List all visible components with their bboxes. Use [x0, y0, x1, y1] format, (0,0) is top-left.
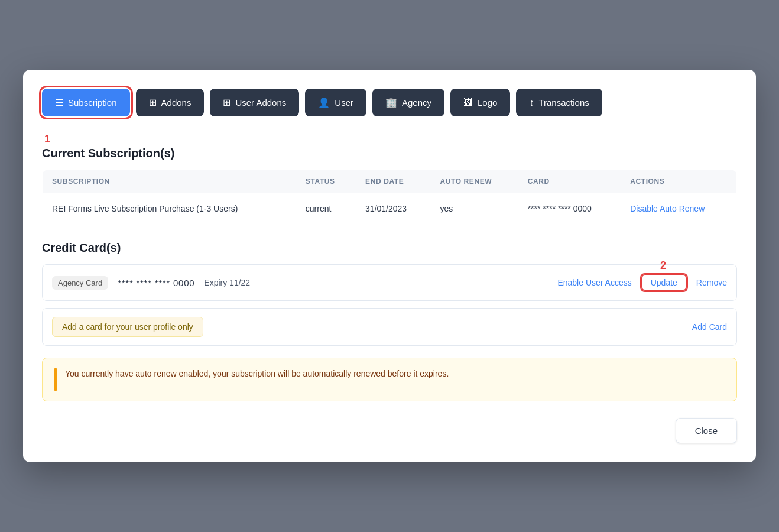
remove-link[interactable]: Remove	[696, 278, 727, 287]
col-subscription: SUBSCRIPTION	[43, 170, 296, 193]
step2-badge: 2	[660, 259, 666, 272]
tab-transactions-label: Transactions	[538, 98, 589, 108]
row-card: **** **** **** 0000	[518, 193, 621, 225]
col-status: STATUS	[296, 170, 356, 193]
subscriptions-table: SUBSCRIPTION STATUS END DATE AUTO RENEW …	[42, 170, 737, 225]
tab-subscription[interactable]: ☰ Subscription	[42, 89, 130, 116]
card-number: **** **** **** 0000	[118, 278, 194, 288]
user-icon: 👤	[318, 97, 330, 108]
tab-agency-label: Agency	[402, 98, 431, 108]
tab-user-label: User	[335, 98, 353, 108]
tab-addons[interactable]: ⊞ Addons	[136, 89, 205, 116]
tab-user-addons[interactable]: ⊞ User Addons	[210, 89, 299, 116]
add-card-link[interactable]: Add Card	[692, 322, 727, 332]
alert-text: You currently have auto renew enabled, y…	[65, 368, 449, 380]
footer: Close	[42, 418, 737, 443]
tab-agency[interactable]: 🏢 Agency	[372, 89, 444, 116]
add-card-placeholder: Add a card for your user profile only	[52, 317, 203, 337]
logo-icon: 🖼	[463, 98, 473, 108]
step1-badge: 1	[44, 133, 737, 145]
enable-user-access-link[interactable]: Enable User Access	[557, 278, 631, 287]
update-button[interactable]: Update	[641, 274, 687, 291]
row-auto-renew: yes	[430, 193, 518, 225]
add-card-row: Add a card for your user profile only Ad…	[42, 308, 737, 346]
addons-icon: ⊞	[149, 97, 157, 108]
tab-addons-label: Addons	[161, 98, 191, 108]
tab-logo-label: Logo	[478, 98, 497, 108]
col-end-date: END DATE	[356, 170, 430, 193]
tab-subscription-label: Subscription	[68, 98, 117, 108]
tab-logo[interactable]: 🖼 Logo	[450, 89, 510, 116]
subscriptions-heading: Current Subscription(s)	[42, 147, 737, 160]
credit-card-section: Credit Card(s) 2 Agency Card **** **** *…	[42, 241, 737, 346]
card-actions: Enable User Access Update Remove	[557, 274, 727, 291]
table-row: REI Forms Live Subscription Purchase (1-…	[43, 193, 737, 225]
card-row: Agency Card **** **** **** 0000 Expiry 1…	[42, 264, 737, 301]
row-subscription: REI Forms Live Subscription Purchase (1-…	[43, 193, 296, 225]
agency-card-badge: Agency Card	[52, 276, 108, 290]
close-button[interactable]: Close	[676, 418, 737, 443]
alert-box: You currently have auto renew enabled, y…	[42, 358, 737, 401]
modal: ☰ Subscription ⊞ Addons ⊞ User Addons 👤 …	[23, 70, 756, 462]
col-auto-renew: AUTO RENEW	[430, 170, 518, 193]
row-action: Disable Auto Renew	[621, 193, 736, 225]
col-card: CARD	[518, 170, 621, 193]
user-addons-icon: ⊞	[223, 97, 231, 108]
tab-bar: ☰ Subscription ⊞ Addons ⊞ User Addons 👤 …	[42, 89, 737, 116]
card-expiry: Expiry 11/22	[204, 278, 250, 287]
tab-user-addons-label: User Addons	[235, 98, 286, 108]
row-end-date: 31/01/2023	[356, 193, 430, 225]
row-status: current	[296, 193, 356, 225]
tab-user[interactable]: 👤 User	[305, 89, 366, 116]
col-actions: ACTIONS	[621, 170, 736, 193]
credit-cards-heading: Credit Card(s)	[42, 241, 737, 255]
update-button-wrapper: Update	[641, 274, 687, 291]
disable-auto-renew-link[interactable]: Disable Auto Renew	[630, 204, 705, 213]
subscription-icon: ☰	[55, 97, 63, 108]
alert-bar	[54, 368, 57, 391]
agency-icon: 🏢	[385, 97, 397, 108]
transactions-icon: ↕	[529, 98, 534, 108]
tab-transactions[interactable]: ↕ Transactions	[516, 89, 602, 116]
